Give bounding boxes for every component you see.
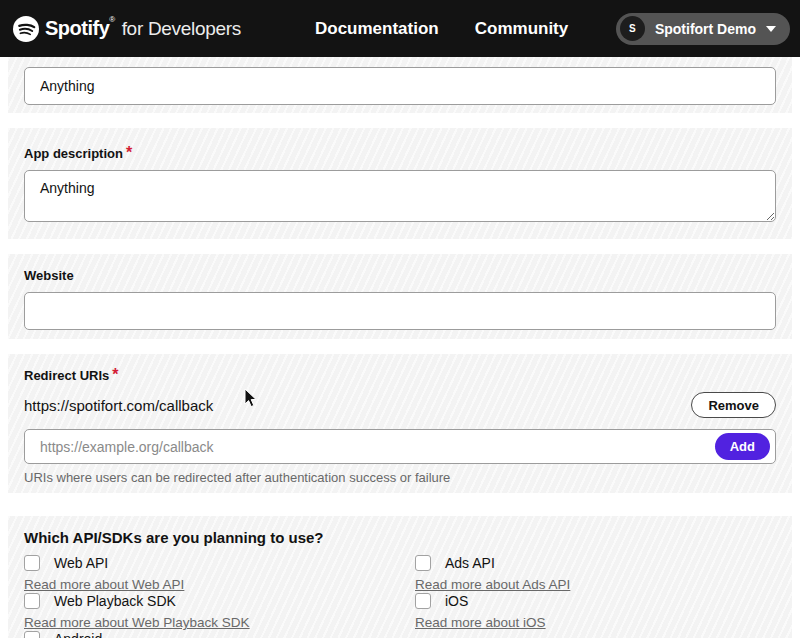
app-name-label-clipped: App name xyxy=(24,57,776,59)
apis-column-left: Web API Read more about Web API Web Play… xyxy=(24,554,415,638)
user-menu-button[interactable]: S Spotifort Demo xyxy=(616,13,790,45)
web-api-row: Web API xyxy=(24,554,415,572)
web-playback-sdk-label: Web Playback SDK xyxy=(54,593,176,609)
spotify-icon xyxy=(13,16,39,42)
ads-api-row: Ads API xyxy=(415,554,776,572)
ios-checkbox[interactable] xyxy=(415,593,431,609)
nav-community[interactable]: Community xyxy=(475,19,569,39)
add-uri-row: Add xyxy=(24,429,776,464)
web-api-link-row: Read more about Web API xyxy=(24,575,415,592)
android-row: Android xyxy=(24,630,415,638)
add-uri-button[interactable]: Add xyxy=(715,433,770,460)
redirect-uri-value: https://spotifort.com/callback xyxy=(24,397,213,414)
web-api-read-more-link[interactable]: Read more about Web API xyxy=(24,576,184,593)
ads-api-label: Ads API xyxy=(445,555,495,571)
app-description-label: App description* xyxy=(24,144,776,162)
ios-label: iOS xyxy=(445,593,468,609)
header-nav: Documentation Community xyxy=(315,19,568,39)
android-checkbox[interactable] xyxy=(24,631,40,638)
required-asterisk: * xyxy=(126,144,132,161)
apis-column-right: Ads API Read more about Ads API iOS Read… xyxy=(415,554,776,638)
required-asterisk: * xyxy=(112,366,118,383)
redirect-uri-row: https://spotifort.com/callback Remove xyxy=(24,392,776,418)
redirect-uris-label: Redirect URIs* xyxy=(24,366,776,384)
web-api-label: Web API xyxy=(54,555,108,571)
ios-row: iOS xyxy=(415,592,776,610)
nav-documentation[interactable]: Documentation xyxy=(315,19,439,39)
apis-section: Which API/SDKs are you planning to use? … xyxy=(8,516,792,638)
website-section: Website xyxy=(8,254,792,339)
app-description-textarea[interactable]: Anything xyxy=(24,170,776,222)
chevron-down-icon xyxy=(766,26,776,32)
ads-api-read-more-link[interactable]: Read more about Ads API xyxy=(415,576,570,593)
app-name-section: App name xyxy=(8,57,792,113)
web-playback-sdk-checkbox[interactable] xyxy=(24,593,40,609)
ios-read-more-link[interactable]: Read more about iOS xyxy=(415,614,546,631)
web-playback-sdk-read-more-link[interactable]: Read more about Web Playback SDK xyxy=(24,614,250,631)
web-playback-sdk-link-row: Read more about Web Playback SDK xyxy=(24,613,415,630)
spotify-for-developers-logo[interactable]: Spotify® for Developers xyxy=(13,16,241,42)
website-input[interactable] xyxy=(24,292,776,330)
website-label: Website xyxy=(24,266,776,284)
ads-api-link-row: Read more about Ads API xyxy=(415,575,776,592)
web-playback-sdk-row: Web Playback SDK xyxy=(24,592,415,610)
user-name: Spotifort Demo xyxy=(655,21,756,37)
brand-text: Spotify® for Developers xyxy=(45,17,241,40)
ios-link-row: Read more about iOS xyxy=(415,613,776,630)
top-navbar: Spotify® for Developers Documentation Co… xyxy=(0,0,800,57)
web-api-checkbox[interactable] xyxy=(24,555,40,571)
avatar: S xyxy=(620,16,645,41)
android-label: Android xyxy=(54,631,102,638)
redirect-uri-input[interactable] xyxy=(24,429,776,464)
trademark-symbol: ® xyxy=(109,15,115,24)
brand-suffix: for Developers xyxy=(122,18,241,39)
app-description-section: App description* Anything xyxy=(8,128,792,239)
brand-name: Spotify xyxy=(45,17,109,39)
redirect-uris-section: Redirect URIs* https://spotifort.com/cal… xyxy=(8,354,792,493)
ads-api-checkbox[interactable] xyxy=(415,555,431,571)
remove-uri-button[interactable]: Remove xyxy=(691,392,776,418)
app-name-input[interactable] xyxy=(24,67,776,105)
apis-columns: Web API Read more about Web API Web Play… xyxy=(24,554,776,638)
redirect-uris-help-text: URIs where users can be redirected after… xyxy=(24,470,776,485)
apis-heading: Which API/SDKs are you planning to use? xyxy=(24,529,776,546)
